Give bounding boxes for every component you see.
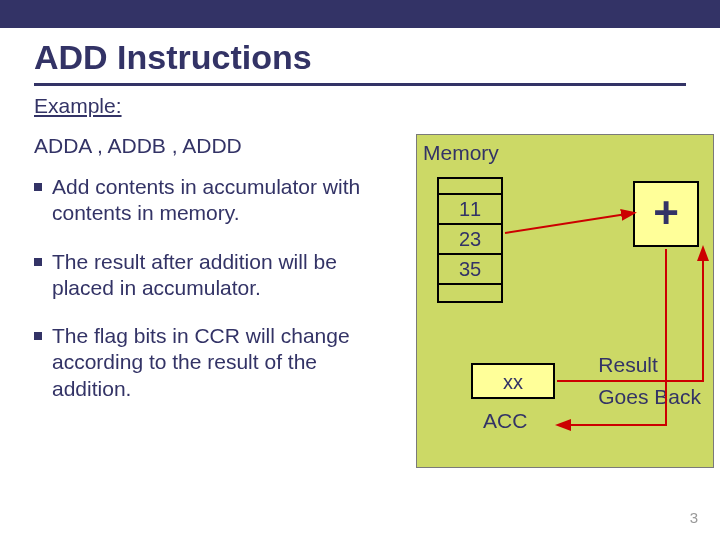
memory-table: 11 23 35: [437, 177, 503, 303]
example-label: Example:: [34, 94, 700, 118]
memory-cell: 35: [437, 255, 503, 285]
plus-operator: +: [633, 181, 699, 247]
svg-line-0: [505, 213, 633, 233]
result-text: Result: [598, 353, 701, 377]
bullet-item: Add contents in accumulator with content…: [34, 174, 369, 227]
slide-title: ADD Instructions: [34, 38, 720, 77]
accumulator-label: ACC: [483, 409, 527, 433]
bullet-item: The result after addition will be placed…: [34, 249, 369, 302]
page-number: 3: [690, 509, 698, 526]
memory-cell: 23: [437, 225, 503, 255]
goes-back-text: Goes Back: [598, 385, 701, 409]
memory-cell: 11: [437, 195, 503, 225]
memory-diagram: Memory 11 23 35 + xx ACC Result Goes Bac…: [416, 134, 714, 468]
title-rule: [34, 83, 686, 86]
slide-topbar: [0, 0, 720, 28]
accumulator-box: xx: [471, 363, 555, 399]
memory-label: Memory: [423, 141, 499, 165]
memory-cell-blank: [437, 177, 503, 195]
bullet-item: The flag bits in CCR will change accordi…: [34, 323, 369, 402]
result-labels: Result Goes Back: [598, 353, 701, 417]
memory-cell-blank: [437, 285, 503, 303]
